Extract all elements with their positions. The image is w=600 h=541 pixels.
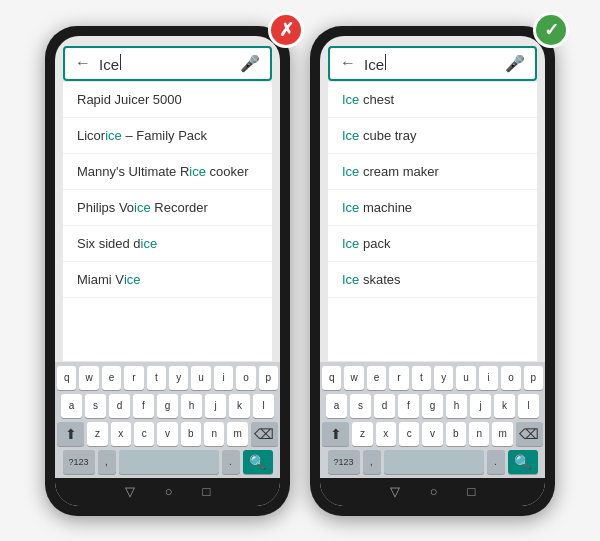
key-g[interactable]: g bbox=[157, 394, 178, 418]
key-b-r[interactable]: b bbox=[446, 422, 466, 446]
key-u[interactable]: u bbox=[191, 366, 210, 390]
space-key-r[interactable] bbox=[384, 450, 484, 474]
keyboard-wrong: q w e r t y u i o p a s d bbox=[55, 362, 280, 478]
back-nav-icon-r[interactable]: ▽ bbox=[390, 484, 400, 499]
list-item[interactable]: Ice pack bbox=[328, 226, 537, 262]
key-o-r[interactable]: o bbox=[501, 366, 520, 390]
key-v[interactable]: v bbox=[157, 422, 177, 446]
shift-key-r[interactable]: ⬆ bbox=[322, 422, 349, 446]
key-h-r[interactable]: h bbox=[446, 394, 467, 418]
key-z-r[interactable]: z bbox=[352, 422, 372, 446]
key-d-r[interactable]: d bbox=[374, 394, 395, 418]
list-item[interactable]: Philips Voice Recorder bbox=[63, 190, 272, 226]
home-nav-icon[interactable]: ○ bbox=[165, 484, 173, 499]
key-b[interactable]: b bbox=[181, 422, 201, 446]
list-item[interactable]: Miami Vice bbox=[63, 262, 272, 298]
shift-key[interactable]: ⬆ bbox=[57, 422, 84, 446]
key-i-r[interactable]: i bbox=[479, 366, 498, 390]
key-m-r[interactable]: m bbox=[492, 422, 512, 446]
delete-key-r[interactable]: ⌫ bbox=[516, 422, 543, 446]
num-key-r[interactable]: ?123 bbox=[328, 450, 360, 474]
comma-key-r[interactable]: , bbox=[363, 450, 381, 474]
key-e-r[interactable]: e bbox=[367, 366, 386, 390]
key-s-r[interactable]: s bbox=[350, 394, 371, 418]
wrong-phone: ← Ice 🎤 Rapid Juicer 5000 Licorice – Fam… bbox=[45, 26, 290, 516]
comma-key[interactable]: , bbox=[98, 450, 116, 474]
list-item[interactable]: Ice chest bbox=[328, 82, 537, 118]
wrong-search-text: Ice bbox=[99, 54, 232, 73]
period-key[interactable]: . bbox=[222, 450, 240, 474]
key-a-r[interactable]: a bbox=[326, 394, 347, 418]
wrong-search-bar[interactable]: ← Ice 🎤 bbox=[63, 46, 272, 81]
space-key[interactable] bbox=[119, 450, 219, 474]
num-key[interactable]: ?123 bbox=[63, 450, 95, 474]
key-w[interactable]: w bbox=[79, 366, 98, 390]
key-x-r[interactable]: x bbox=[376, 422, 396, 446]
key-j[interactable]: j bbox=[205, 394, 226, 418]
recent-nav-icon-r[interactable]: □ bbox=[468, 484, 476, 499]
list-item[interactable]: Ice skates bbox=[328, 262, 537, 298]
key-d[interactable]: d bbox=[109, 394, 130, 418]
search-key[interactable]: 🔍 bbox=[243, 450, 273, 474]
mic-icon[interactable]: 🎤 bbox=[240, 54, 260, 73]
key-y[interactable]: y bbox=[169, 366, 188, 390]
key-z[interactable]: z bbox=[87, 422, 107, 446]
key-c[interactable]: c bbox=[134, 422, 154, 446]
key-j-r[interactable]: j bbox=[470, 394, 491, 418]
key-h[interactable]: h bbox=[181, 394, 202, 418]
key-s[interactable]: s bbox=[85, 394, 106, 418]
search-key-r[interactable]: 🔍 bbox=[508, 450, 538, 474]
list-item[interactable]: Rapid Juicer 5000 bbox=[63, 82, 272, 118]
key-a[interactable]: a bbox=[61, 394, 82, 418]
list-item[interactable]: Ice cream maker bbox=[328, 154, 537, 190]
key-q-r[interactable]: q bbox=[322, 366, 341, 390]
back-arrow-icon: ← bbox=[75, 54, 91, 72]
list-item[interactable]: Ice machine bbox=[328, 190, 537, 226]
main-container: ✗ ← Ice 🎤 Rapid Juicer 5000 Licorice – F… bbox=[25, 6, 575, 536]
key-r[interactable]: r bbox=[124, 366, 143, 390]
back-nav-icon[interactable]: ▽ bbox=[125, 484, 135, 499]
key-k[interactable]: k bbox=[229, 394, 250, 418]
list-item[interactable]: Ice cube tray bbox=[328, 118, 537, 154]
key-c-r[interactable]: c bbox=[399, 422, 419, 446]
mic-icon-right[interactable]: 🎤 bbox=[505, 54, 525, 73]
key-e[interactable]: e bbox=[102, 366, 121, 390]
key-o[interactable]: o bbox=[236, 366, 255, 390]
home-nav-icon-r[interactable]: ○ bbox=[430, 484, 438, 499]
list-item[interactable]: Six sided dice bbox=[63, 226, 272, 262]
key-t[interactable]: t bbox=[147, 366, 166, 390]
period-key-r[interactable]: . bbox=[487, 450, 505, 474]
right-search-bar[interactable]: ← Ice 🎤 bbox=[328, 46, 537, 81]
key-x[interactable]: x bbox=[111, 422, 131, 446]
key-g-r[interactable]: g bbox=[422, 394, 443, 418]
key-w-r[interactable]: w bbox=[344, 366, 363, 390]
key-n[interactable]: n bbox=[204, 422, 224, 446]
key-m[interactable]: m bbox=[227, 422, 247, 446]
right-results-list: Ice chest Ice cube tray Ice cream maker … bbox=[328, 82, 537, 361]
key-q[interactable]: q bbox=[57, 366, 76, 390]
key-l-r[interactable]: l bbox=[518, 394, 539, 418]
nav-bar-wrong: ▽ ○ □ bbox=[55, 478, 280, 506]
key-i[interactable]: i bbox=[214, 366, 233, 390]
key-u-r[interactable]: u bbox=[456, 366, 475, 390]
wrong-results-list: Rapid Juicer 5000 Licorice – Family Pack… bbox=[63, 82, 272, 361]
list-item[interactable]: Manny's Ultimate Rice cooker bbox=[63, 154, 272, 190]
key-k-r[interactable]: k bbox=[494, 394, 515, 418]
keyboard-right: q w e r t y u i o p a s d bbox=[320, 362, 545, 478]
key-v-r[interactable]: v bbox=[422, 422, 442, 446]
key-n-r[interactable]: n bbox=[469, 422, 489, 446]
key-f-r[interactable]: f bbox=[398, 394, 419, 418]
nav-bar-right: ▽ ○ □ bbox=[320, 478, 545, 506]
delete-key[interactable]: ⌫ bbox=[251, 422, 278, 446]
list-item[interactable]: Licorice – Family Pack bbox=[63, 118, 272, 154]
key-y-r[interactable]: y bbox=[434, 366, 453, 390]
key-p-r[interactable]: p bbox=[524, 366, 543, 390]
key-r-r[interactable]: r bbox=[389, 366, 408, 390]
key-l[interactable]: l bbox=[253, 394, 274, 418]
key-t-r[interactable]: t bbox=[412, 366, 431, 390]
right-search-text: Ice bbox=[364, 54, 497, 73]
key-f[interactable]: f bbox=[133, 394, 154, 418]
key-p[interactable]: p bbox=[259, 366, 278, 390]
recent-nav-icon[interactable]: □ bbox=[203, 484, 211, 499]
wrong-phone-wrapper: ✗ ← Ice 🎤 Rapid Juicer 5000 Licorice – F… bbox=[45, 26, 290, 516]
